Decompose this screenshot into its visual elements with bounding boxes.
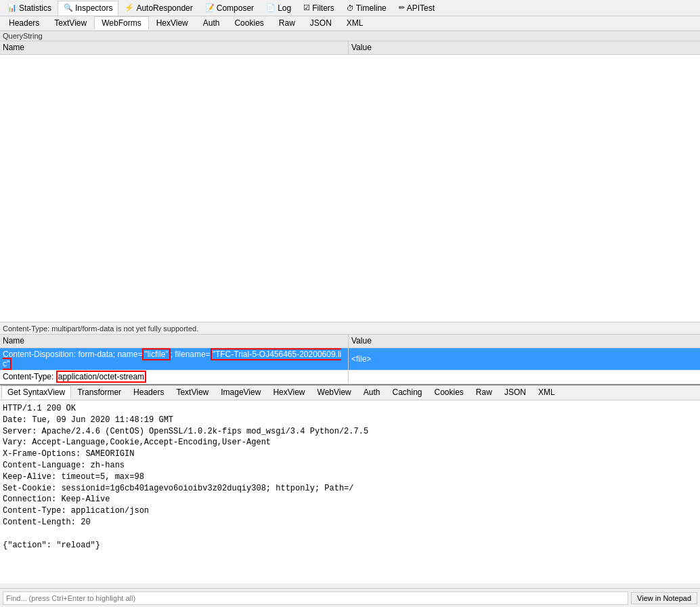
querystring-value-col: Value [349, 41, 700, 54]
nav-apitest[interactable]: ✏ APITest [393, 1, 441, 16]
resp-tab-auth[interactable]: Auth [357, 385, 387, 399]
find-input[interactable] [3, 591, 628, 605]
top-nav: 📊 Statistics 🔍 Inspectors ⚡ AutoResponde… [0, 0, 700, 16]
tab-webforms[interactable]: WebForms [94, 16, 148, 30]
resp-tab-raw[interactable]: Raw [470, 385, 498, 399]
resp-tab-textview[interactable]: TextView [170, 385, 215, 399]
nav-inspectors-label: Inspectors [75, 3, 112, 13]
resp-tab-hexview[interactable]: HexView [267, 385, 311, 399]
autoresponder-icon: ⚡ [125, 3, 134, 12]
nav-statistics[interactable]: 📊 Statistics [1, 1, 58, 16]
resp-tab-json[interactable]: JSON [498, 385, 532, 399]
nav-filters-label: Filters [312, 3, 334, 13]
resp-tab-transformer[interactable]: Transformer [71, 385, 127, 399]
request-sub-tabs: Headers TextView WebForms HexView Auth C… [0, 16, 700, 31]
resp-tab-imageview[interactable]: ImageView [215, 385, 267, 399]
filters-icon: ☑ [303, 3, 310, 12]
lower-panel: Get SyntaxView Transformer Headers TextV… [0, 384, 700, 583]
tab-hexview[interactable]: HexView [149, 16, 196, 30]
apitest-icon: ✏ [399, 3, 405, 12]
nav-autoresponder[interactable]: ⚡ AutoResponder [118, 1, 198, 16]
nav-apitest-label: APITest [407, 3, 435, 13]
response-content-area: HTTP/1.1 200 OK Date: Tue, 09 Jun 2020 1… [0, 400, 700, 583]
resp-tab-getsyntaxview[interactable]: Get SyntaxView [1, 385, 71, 399]
log-icon: 📄 [266, 3, 276, 12]
name-outline-box: "licfile" [142, 348, 170, 360]
find-bar: View in Notepad [0, 588, 700, 607]
querystring-header: Name Value [0, 41, 700, 55]
querystring-empty-area [0, 55, 700, 322]
nav-statistics-label: Statistics [19, 3, 51, 13]
nav-inspectors[interactable]: 🔍 Inspectors [58, 1, 118, 16]
resp-tab-caching[interactable]: Caching [386, 385, 428, 399]
tab-json[interactable]: JSON [303, 16, 339, 30]
tab-headers[interactable]: Headers [1, 16, 47, 30]
querystring-label: QueryString [0, 31, 700, 41]
composer-icon: 📝 [205, 3, 215, 12]
upper-panel: Headers TextView WebForms HexView Auth C… [0, 16, 700, 384]
nav-timeline[interactable]: ⏱ Timeline [341, 1, 393, 16]
tab-auth[interactable]: Auth [196, 16, 227, 30]
body-row-1[interactable]: Content-Disposition: form-data; name="li… [0, 348, 700, 371]
body-row-1-name: Content-Disposition: form-data; name="li… [0, 348, 349, 370]
tab-raw[interactable]: Raw [271, 16, 303, 30]
resp-tab-webview[interactable]: WebView [311, 385, 357, 399]
tab-textview[interactable]: TextView [47, 16, 94, 30]
view-in-notepad-button[interactable]: View in Notepad [631, 592, 697, 604]
body-section-header: Name Value [0, 335, 700, 348]
nav-composer[interactable]: 📝 Composer [199, 1, 260, 16]
nav-filters[interactable]: ☑ Filters [297, 1, 341, 16]
nav-log[interactable]: 📄 Log [260, 1, 297, 16]
nav-autoresponder-label: AutoResponder [136, 3, 192, 13]
resp-tab-headers[interactable]: Headers [127, 385, 170, 399]
tab-cookies[interactable]: Cookies [227, 16, 271, 30]
body-row-2-value [349, 371, 700, 383]
body-name-col-header: Name [0, 335, 349, 348]
contenttype-outline-box: application/octet-stream [56, 371, 146, 383]
body-form-rows: Content-Disposition: form-data; name="li… [0, 348, 700, 384]
warning-bar: Content-Type: multipart/form-data is not… [0, 322, 700, 335]
body-row-1-value: <file> [349, 348, 700, 370]
nav-timeline-label: Timeline [356, 3, 387, 13]
nav-log-label: Log [278, 3, 291, 13]
nav-composer-label: Composer [217, 3, 254, 13]
body-row-2-name: Content-Type: application/octet-stream [0, 371, 349, 383]
resp-tab-cookies[interactable]: Cookies [429, 385, 470, 399]
resp-tab-xml[interactable]: XML [532, 385, 561, 399]
body-row-2[interactable]: Content-Type: application/octet-stream [0, 371, 700, 384]
querystring-name-col: Name [0, 41, 349, 54]
body-value-col-header: Value [349, 335, 700, 348]
tab-xml[interactable]: XML [339, 16, 371, 30]
main-container: Headers TextView WebForms HexView Auth C… [0, 16, 700, 607]
response-sub-tabs: Get SyntaxView Transformer Headers TextV… [0, 385, 700, 400]
inspectors-icon: 🔍 [64, 3, 73, 12]
timeline-icon: ⏱ [347, 4, 354, 12]
statistics-icon: 📊 [7, 3, 17, 12]
